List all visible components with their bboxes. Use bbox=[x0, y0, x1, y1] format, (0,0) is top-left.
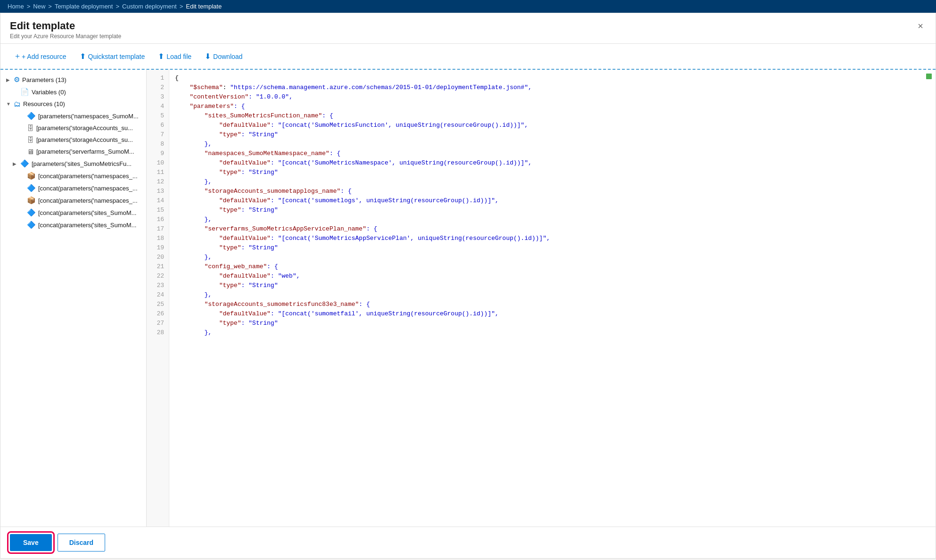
load-file-icon: ⬆ bbox=[158, 52, 164, 61]
tree-icon: 🔷 bbox=[20, 159, 29, 168]
tree-label: [parameters('namespaces_SumoM... bbox=[38, 113, 139, 120]
download-button[interactable]: ⬇ Download bbox=[199, 49, 248, 64]
tree-icon: 📦 bbox=[27, 196, 36, 205]
tree-item[interactable]: 📄Variables (0) bbox=[0, 86, 146, 98]
tree-item[interactable]: 🖥[parameters('serverfarms_SumoM... bbox=[0, 146, 146, 157]
tree-icon: 🗄 bbox=[27, 124, 34, 132]
sep2: > bbox=[48, 3, 52, 10]
tree-icon: 📦 bbox=[27, 172, 36, 180]
tree-item[interactable]: 🗄[parameters('storageAccounts_su... bbox=[0, 134, 146, 146]
load-file-button[interactable]: ⬆ Load file bbox=[152, 49, 197, 64]
tree-label: [parameters('serverfarms_SumoM... bbox=[36, 148, 134, 155]
tree-icon: 📄 bbox=[20, 88, 29, 96]
tree-label: [concat(parameters('sites_SumoM... bbox=[38, 222, 136, 229]
page-header: Edit template Edit your Azure Resource M… bbox=[0, 13, 936, 44]
tree-item[interactable]: ▼🗂Resources (10) bbox=[0, 98, 146, 110]
tree-label: [concat(parameters('namespaces_... bbox=[38, 197, 138, 204]
tree-item[interactable]: 🔷[concat(parameters('namespaces_... bbox=[0, 182, 146, 194]
nav-current: Edit template bbox=[186, 3, 222, 10]
content-area: ▶⚙Parameters (13)📄Variables (0)▼🗂Resourc… bbox=[0, 70, 936, 527]
tree-label: [parameters('storageAccounts_su... bbox=[36, 124, 133, 132]
tree-item[interactable]: 🗄[parameters('storageAccounts_su... bbox=[0, 122, 146, 134]
editor-panel: 1234567891011121314151617181920212223242… bbox=[147, 70, 936, 527]
tree-icon: 🔷 bbox=[27, 184, 36, 192]
tree-label: [concat(parameters('namespaces_... bbox=[38, 185, 138, 192]
tree-label: [concat(parameters('sites_SumoM... bbox=[38, 209, 136, 216]
tree-item[interactable]: ▶🔷[parameters('sites_SumoMetricsFu... bbox=[0, 157, 146, 170]
nav-template-deployment[interactable]: Template deployment bbox=[55, 3, 113, 10]
sep1: > bbox=[27, 3, 31, 10]
tree-arrow: ▶ bbox=[13, 161, 19, 166]
quickstart-button[interactable]: ⬆ Quickstart template bbox=[74, 49, 151, 64]
editor-wrap[interactable]: 1234567891011121314151617181920212223242… bbox=[147, 70, 936, 527]
main-container: Edit template Edit your Azure Resource M… bbox=[0, 13, 936, 559]
quickstart-label: Quickstart template bbox=[88, 53, 145, 60]
code-editor[interactable]: { "$schema": "https://schema.management.… bbox=[169, 70, 936, 527]
scroll-indicator bbox=[926, 74, 932, 79]
tree-label: [concat(parameters('namespaces_... bbox=[38, 173, 138, 180]
sep4: > bbox=[180, 3, 183, 10]
tree-item[interactable]: ▶⚙Parameters (13) bbox=[0, 74, 146, 86]
add-resource-label: + Add resource bbox=[22, 53, 66, 60]
load-file-label: Load file bbox=[166, 53, 191, 60]
tree-arrow: ▶ bbox=[6, 77, 13, 82]
add-resource-button[interactable]: ＋ + Add resource bbox=[8, 49, 72, 64]
download-label: Download bbox=[213, 53, 242, 60]
tree-item[interactable]: 🔷[concat(parameters('sites_SumoM... bbox=[0, 206, 146, 219]
line-numbers: 1234567891011121314151617181920212223242… bbox=[147, 70, 169, 527]
tree-label: [parameters('sites_SumoMetricsFu... bbox=[32, 160, 132, 167]
nav-custom-deployment[interactable]: Custom deployment bbox=[122, 3, 177, 10]
tree-label: Parameters (13) bbox=[22, 76, 66, 83]
tree-item[interactable]: 🔷[parameters('namespaces_SumoM... bbox=[0, 110, 146, 122]
discard-button[interactable]: Discard bbox=[58, 534, 105, 552]
tree-icon: ⚙ bbox=[14, 75, 20, 84]
download-icon: ⬇ bbox=[205, 52, 211, 61]
tree-label: Variables (0) bbox=[32, 89, 66, 96]
tree-item[interactable]: 📦[concat(parameters('namespaces_... bbox=[0, 194, 146, 206]
nav-new[interactable]: New bbox=[33, 3, 45, 10]
add-icon: ＋ bbox=[14, 51, 21, 61]
tree-icon: 🖥 bbox=[27, 148, 34, 156]
nav-home[interactable]: Home bbox=[8, 3, 24, 10]
toolbar: ＋ + Add resource ⬆ Quickstart template ⬆… bbox=[0, 44, 936, 70]
tree-label: Resources (10) bbox=[23, 100, 65, 107]
tree-item[interactable]: 📦[concat(parameters('namespaces_... bbox=[0, 170, 146, 182]
bottom-bar: Save Discard bbox=[0, 527, 936, 558]
tree-label: [parameters('storageAccounts_su... bbox=[36, 136, 133, 143]
tree-icon: 🗂 bbox=[14, 100, 21, 108]
tree-arrow: ▼ bbox=[6, 101, 13, 107]
page-title: Edit template bbox=[10, 20, 121, 32]
tree-icon: 🔷 bbox=[27, 112, 36, 120]
quickstart-icon: ⬆ bbox=[80, 52, 86, 61]
tree-icon: 🔷 bbox=[27, 221, 36, 229]
sidebar: ▶⚙Parameters (13)📄Variables (0)▼🗂Resourc… bbox=[0, 70, 147, 527]
sep3: > bbox=[116, 3, 119, 10]
top-nav: Home > New > Template deployment > Custo… bbox=[0, 0, 936, 13]
tree-item[interactable]: 🔷[concat(parameters('sites_SumoM... bbox=[0, 219, 146, 231]
header-left: Edit template Edit your Azure Resource M… bbox=[10, 20, 121, 40]
page-subtitle: Edit your Azure Resource Manager templat… bbox=[10, 33, 121, 40]
close-button[interactable]: × bbox=[915, 20, 926, 33]
tree-icon: 🔷 bbox=[27, 208, 36, 217]
tree-icon: 🗄 bbox=[27, 136, 34, 144]
save-button[interactable]: Save bbox=[10, 534, 52, 551]
